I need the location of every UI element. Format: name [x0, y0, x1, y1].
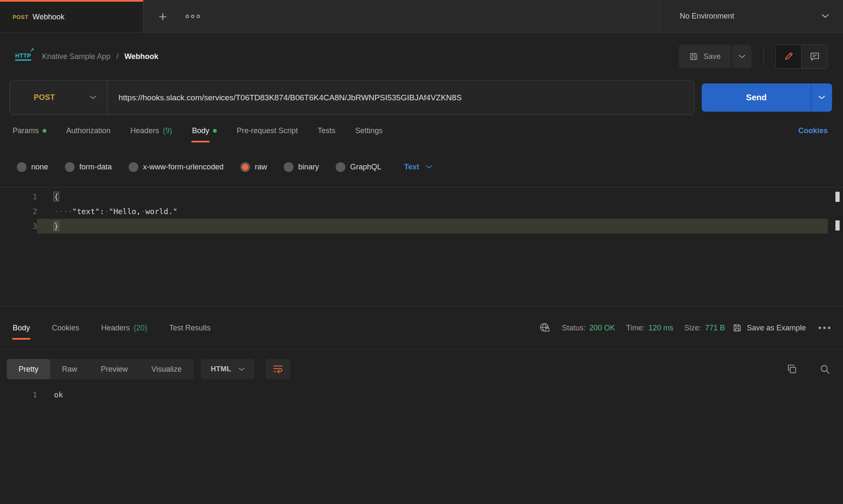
meta-value: 120 ms [649, 324, 673, 332]
request-mode-toggle [776, 45, 828, 69]
meta-label: Size: [684, 324, 701, 332]
response-header: BodyCookiesHeaders(20)Test Results Statu… [0, 306, 843, 350]
request-tab-authorization[interactable]: Authorization [66, 126, 110, 135]
save-as-example-label: Save as Example [747, 324, 806, 332]
body-type-none[interactable]: none [17, 162, 48, 172]
request-tab-label: Pre-request Script [237, 126, 298, 135]
search-response-icon[interactable] [819, 364, 830, 375]
save-as-example-button[interactable]: Save as Example [733, 323, 806, 332]
line-code: } [37, 219, 828, 233]
url-row: POST https://hooks.slack.com/services/T0… [0, 80, 843, 115]
request-tab-headers[interactable]: Headers(9) [130, 126, 172, 135]
request-tab-body[interactable]: Body [192, 126, 217, 135]
save-button-label: Save [703, 52, 721, 61]
body-type-x-www-form-urlencoded[interactable]: x-www-form-urlencoded [129, 162, 224, 172]
response-tab-label: Test Results [169, 324, 210, 332]
radio-icon [336, 162, 345, 172]
request-tab-label: Tests [318, 126, 335, 135]
new-tab-icon[interactable]: + [159, 9, 167, 24]
language-selector[interactable]: Text [404, 163, 432, 172]
radio-icon [129, 162, 138, 172]
environment-value: No Environment [680, 12, 734, 21]
response-tab-test-results[interactable]: Test Results [169, 324, 210, 332]
meta-label: Time: [626, 324, 644, 332]
tab-count-badge: (20) [134, 324, 147, 332]
response-view-tabs: PrettyRawPreviewVisualize [7, 359, 194, 379]
cookies-link[interactable]: Cookies [798, 126, 828, 135]
send-button[interactable]: Send [702, 83, 832, 112]
editor-lines: 1{2····"text":·"Hello,·world."3} [0, 189, 843, 233]
whitespace-dots: ···· [54, 207, 72, 216]
send-button-label[interactable]: Send [702, 83, 811, 112]
bracket-match: } [54, 222, 59, 231]
response-toolbar: PrettyRawPreviewVisualize HTML [7, 359, 830, 379]
wrap-lines-button[interactable] [266, 359, 290, 379]
network-icon[interactable] [539, 322, 551, 334]
body-type-label: form-data [79, 163, 112, 172]
request-tab-params[interactable]: Params [13, 126, 46, 135]
tab-strip: + [143, 0, 660, 32]
meta-value: 771 B [705, 324, 725, 332]
view-tab-pretty[interactable]: Pretty [7, 359, 50, 379]
line-number: 1 [0, 387, 37, 403]
tab-bar: POST Webhook + No Environment [0, 0, 843, 33]
response-tab-body[interactable]: Body [13, 324, 30, 332]
view-tab-visualize[interactable]: Visualize [140, 359, 194, 379]
request-tab-pre-request-script[interactable]: Pre-request Script [237, 126, 298, 135]
editor-line[interactable]: 1{ [0, 189, 843, 204]
meta-label: Status: [562, 324, 585, 332]
floppy-icon [689, 52, 698, 61]
comment-button[interactable] [802, 45, 827, 68]
send-options-chevron[interactable] [811, 83, 832, 112]
url-input[interactable]: https://hooks.slack.com/services/T06TD83… [108, 80, 694, 115]
response-tab-label: Cookies [52, 324, 79, 332]
request-tab-settings[interactable]: Settings [355, 126, 382, 135]
more-tabs-icon[interactable] [186, 15, 200, 18]
response-meta: Status:200 OKTime:120 msSize:771 B [562, 324, 725, 332]
body-type-label: raw [255, 163, 267, 172]
save-button[interactable]: Save [679, 45, 731, 68]
edit-mode-button[interactable] [776, 45, 802, 68]
radio-icon [240, 162, 250, 172]
editor-line[interactable]: 3} [0, 219, 843, 233]
response-tab-cookies[interactable]: Cookies [52, 324, 79, 332]
environment-selector[interactable]: No Environment [660, 0, 843, 32]
save-options-chevron[interactable] [732, 45, 751, 68]
response-size: Size:771 B [684, 324, 725, 332]
green-dot-indicator [213, 129, 217, 133]
line-number: 1 [0, 189, 37, 204]
body-type-form-data[interactable]: form-data [65, 162, 112, 172]
breadcrumb-collection[interactable]: Knative Sample App [42, 52, 110, 61]
response-body[interactable]: 1ok [0, 379, 843, 403]
view-tab-raw[interactable]: Raw [50, 359, 89, 379]
line-code: ok [37, 387, 843, 403]
request-tab-tests[interactable]: Tests [318, 126, 335, 135]
body-type-options: noneform-datax-www-form-urlencodedrawbin… [0, 147, 843, 187]
view-tab-preview[interactable]: Preview [89, 359, 140, 379]
response-more-icon[interactable] [819, 327, 830, 329]
response-tab-label: Headers [101, 324, 130, 332]
header-divider [763, 47, 764, 66]
bracket-match: { [54, 192, 59, 201]
line-code: ····"text":·"Hello,·world." [37, 204, 843, 219]
green-dot-indicator [43, 129, 46, 133]
line-number: 3 [0, 219, 37, 233]
editor-line[interactable]: 2····"text":·"Hello,·world." [0, 204, 843, 219]
response-tabs: BodyCookiesHeaders(20)Test Results [13, 324, 232, 332]
response-tab-label: Body [13, 324, 30, 332]
request-tab-webhook[interactable]: POST Webhook [0, 0, 143, 32]
scrollbar-mark [835, 220, 840, 231]
editor-scrollbar[interactable] [835, 188, 841, 306]
body-type-label: none [31, 163, 48, 172]
response-format-selector[interactable]: HTML [201, 359, 255, 379]
body-type-graphql[interactable]: GraphQL [336, 162, 381, 172]
request-body-editor[interactable]: 1{2····"text":·"Hello,·world."3} [0, 187, 843, 306]
body-type-binary[interactable]: binary [284, 162, 319, 172]
request-tab-label: Body [192, 126, 209, 135]
copy-response-icon[interactable] [786, 364, 797, 375]
response-line: 1ok [0, 387, 843, 403]
method-selector[interactable]: POST [10, 80, 108, 115]
response-tab-headers[interactable]: Headers(20) [101, 324, 147, 332]
breadcrumb-request-name[interactable]: Webhook [124, 52, 159, 61]
body-type-raw[interactable]: raw [240, 162, 267, 172]
